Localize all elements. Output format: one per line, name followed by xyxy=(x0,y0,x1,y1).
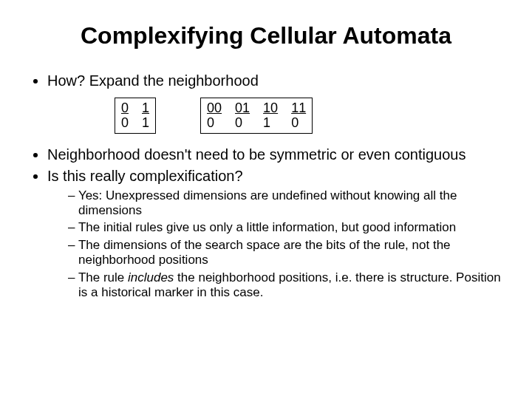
rule-col: 01 0 xyxy=(235,101,250,131)
rule-value: 0 xyxy=(235,116,250,131)
rule-value: 0 xyxy=(207,116,222,131)
rule-header: 1 xyxy=(142,101,149,116)
rule-header: 0 xyxy=(121,101,129,116)
bullet-complexification: Is this really complexification? Yes: Un… xyxy=(47,167,502,301)
sub4-a: The rule xyxy=(78,270,128,284)
sub-bullet-2: The initial rules give us only a little … xyxy=(68,220,502,235)
bullet-neighborhood: Neighborhood doesn't need to be symmetri… xyxy=(47,146,502,164)
sub-bullet-list: Yes: Unexpressed dimensions are undefine… xyxy=(47,188,502,301)
rule-header: 00 xyxy=(207,101,222,116)
rule-col: 0 0 xyxy=(121,101,129,131)
rule-value: 0 xyxy=(121,116,129,131)
sub-bullet-3: The dimensions of the search space are t… xyxy=(68,238,502,268)
rule-table-large: 00 0 01 0 10 1 11 0 xyxy=(200,98,313,134)
rule-table-small: 0 0 1 1 xyxy=(115,98,156,134)
rule-header: 01 xyxy=(235,101,250,116)
rule-col: 00 0 xyxy=(207,101,222,131)
rule-value: 1 xyxy=(142,116,149,131)
rule-value: 0 xyxy=(291,116,306,131)
bullet-how: How? Expand the neighborhood xyxy=(47,72,502,90)
rule-header: 10 xyxy=(263,101,278,116)
rule-col: 11 0 xyxy=(291,101,306,131)
rule-header: 11 xyxy=(291,101,306,116)
sub4-b: includes xyxy=(128,270,174,284)
sub-bullet-4: The rule includes the neighborhood posit… xyxy=(68,270,502,301)
sub-bullet-1: Yes: Unexpressed dimensions are undefine… xyxy=(68,188,502,219)
rule-value: 1 xyxy=(263,116,278,131)
bullet-list-2: Neighborhood doesn't need to be symmetri… xyxy=(30,146,502,301)
bullet-list: How? Expand the neighborhood xyxy=(30,72,502,90)
rule-col: 1 1 xyxy=(142,101,149,131)
slide-title: Complexifying Cellular Automata xyxy=(30,22,502,50)
bullet-complexification-text: Is this really complexification? xyxy=(47,168,243,184)
rule-col: 10 1 xyxy=(263,101,278,131)
rule-tables: 0 0 1 1 00 0 01 0 10 1 11 0 xyxy=(115,98,502,134)
